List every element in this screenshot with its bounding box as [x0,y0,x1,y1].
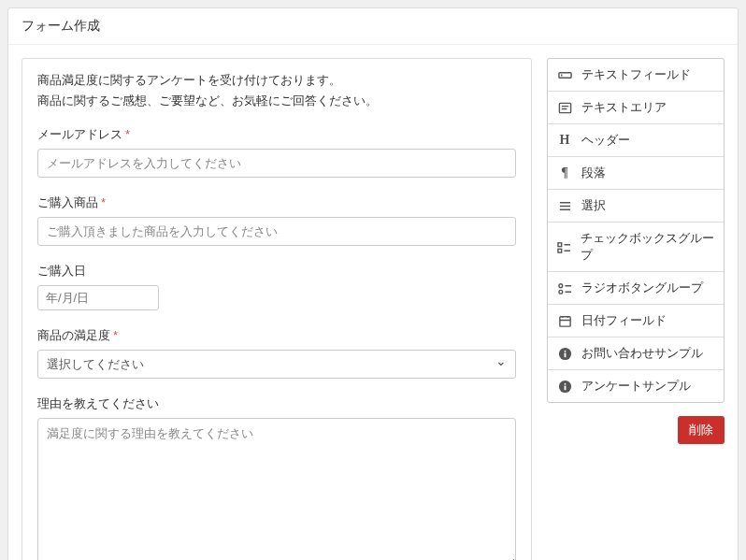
content-area: 商品満足度に関するアンケートを受け付けております。 商品に関するご感想、ご要望な… [8,45,738,560]
widget-item-label: テキストエリア [581,99,667,116]
intro-line-2: 商品に関するご感想、ご要望など、お気軽にご回答ください。 [37,93,516,109]
svg-point-13 [558,290,562,294]
svg-rect-2 [559,103,570,112]
widget-list: テキストフィールドテキストエリアHヘッダー¶段落選択チェックボックスグループラジ… [547,58,724,403]
widget-item[interactable]: ラジオボタングループ [548,272,724,305]
info-icon [557,347,572,361]
svg-rect-16 [559,316,569,325]
widget-item[interactable]: ¶段落 [548,157,724,190]
widget-item-label: テキストフィールド [581,66,691,83]
field-satisfaction: 商品の満足度* 選択してください [37,327,516,379]
email-input[interactable] [37,149,516,178]
delete-row: 削除 [547,416,724,444]
form-builder-panel: フォーム作成 商品満足度に関するアンケートを受け付けております。 商品に関するご… [7,7,739,560]
widget-item-label: チェックボックスグループ [581,230,714,264]
right-column: テキストフィールドテキストエリアHヘッダー¶段落選択チェックボックスグループラジ… [547,58,724,444]
widget-item-label: お問い合わせサンプル [581,345,703,362]
required-marker: * [125,127,130,141]
paragraph-icon: ¶ [557,165,572,180]
svg-point-21 [564,350,566,352]
purchase-date-input[interactable] [37,285,159,310]
satisfaction-select[interactable]: 選択してください [37,350,516,379]
widget-item-label: 選択 [581,197,606,214]
widget-item[interactable]: Hヘッダー [548,124,724,157]
widget-item[interactable]: お問い合わせサンプル [548,337,724,370]
widget-item[interactable]: テキストエリア [548,92,724,124]
widget-item[interactable]: チェックボックスグループ [548,223,724,272]
svg-point-24 [564,382,566,384]
required-marker: * [113,328,118,342]
field-label-reason: 理由を教えてください [37,395,516,412]
date-field-icon [557,314,572,328]
widget-item-label: 日付フィールド [581,312,667,329]
field-label-satisfaction: 商品の満足度* [37,327,516,344]
info-icon [557,380,572,394]
header-icon: H [557,133,572,148]
widget-item-label: アンケートサンプル [581,378,691,395]
widget-item-label: ラジオボタングループ [581,280,703,296]
text-field-icon [557,68,572,82]
widget-item[interactable]: テキストフィールド [548,59,724,92]
widget-item[interactable]: 日付フィールド [548,305,724,337]
svg-point-12 [558,283,562,287]
label-text: メールアドレス [37,127,122,141]
field-purchase-date: ご購入日 [37,263,516,310]
required-marker: * [101,195,106,209]
svg-rect-8 [558,242,562,246]
label-text: 商品の満足度 [37,328,110,342]
checkbox-group-icon [557,240,571,254]
field-reason: 理由を教えてください [37,395,516,560]
select-icon [557,199,572,213]
form-preview: 商品満足度に関するアンケートを受け付けております。 商品に関するご感想、ご要望な… [22,58,532,560]
intro-text: 商品満足度に関するアンケートを受け付けております。 商品に関するご感想、ご要望な… [37,72,516,109]
product-input[interactable] [37,217,516,246]
delete-button[interactable]: 削除 [678,416,724,444]
field-label-email: メールアドレス* [37,126,516,143]
satisfaction-select-wrap: 選択してください [37,350,516,379]
widget-item[interactable]: アンケートサンプル [548,370,724,402]
label-text: ご購入商品 [37,195,98,209]
reason-textarea[interactable] [37,418,516,560]
page-title: フォーム作成 [8,8,738,45]
field-label-purchase-date: ご購入日 [37,263,516,280]
intro-line-1: 商品満足度に関するアンケートを受け付けております。 [37,72,516,89]
field-label-product: ご購入商品* [37,194,516,211]
field-email: メールアドレス* [37,126,516,178]
field-product: ご購入商品* [37,194,516,246]
radio-group-icon [557,281,572,295]
svg-rect-0 [558,72,570,78]
text-area-icon [557,101,572,115]
widget-item-label: 段落 [581,165,606,181]
svg-rect-25 [564,385,566,390]
widget-item-label: ヘッダー [581,132,630,149]
widget-item[interactable]: 選択 [548,190,724,223]
svg-rect-9 [558,249,562,252]
svg-rect-22 [564,352,566,357]
